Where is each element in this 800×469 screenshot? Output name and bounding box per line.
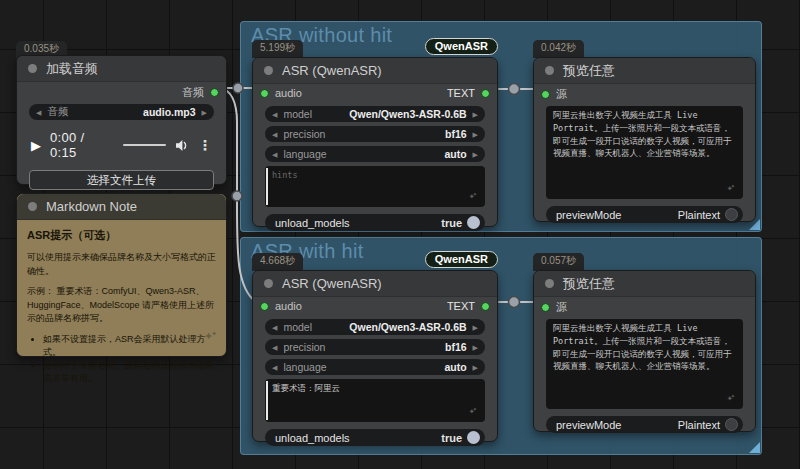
node-asr-2[interactable]: ASR (QwenASR) audio TEXT ◀ model Qwen/Qw… (252, 270, 498, 442)
precision-combo[interactable]: ◀ precision bf16 ▶ (265, 126, 485, 142)
model-combo[interactable]: ◀ model Qwen/Qwen3-ASR-0.6B ▶ (265, 319, 485, 335)
output-label: TEXT (447, 300, 475, 312)
output-text[interactable]: TEXT (447, 300, 490, 312)
combo-right-arrow-icon[interactable]: ▶ (473, 131, 478, 138)
node-header[interactable]: 预览任意 (534, 58, 755, 84)
input-audio[interactable]: audio (260, 87, 302, 99)
widget-knob-icon[interactable] (725, 208, 738, 221)
combo-label: language (283, 148, 326, 160)
combo-right-arrow-icon[interactable]: ▶ (473, 364, 478, 371)
collapse-dot-icon[interactable] (545, 66, 554, 75)
widget-value: Plaintext (678, 209, 720, 221)
combo-left-arrow-icon[interactable]: ◀ (272, 111, 277, 118)
combo-left-arrow-icon[interactable]: ◀ (36, 109, 41, 116)
input-port-icon[interactable] (260, 302, 269, 311)
timing-badge: 4.668秒 (252, 253, 303, 271)
group-resize-handle[interactable] (749, 442, 760, 453)
input-port-icon[interactable] (541, 90, 550, 99)
combo-label: model (283, 321, 312, 333)
collapse-dot-icon[interactable] (545, 279, 554, 288)
node-asr-1[interactable]: ASR (QwenASR) audio TEXT ◀ model Qwen/Qw… (252, 57, 498, 227)
precision-combo[interactable]: ◀ precision bf16 ▶ (265, 339, 485, 355)
combo-left-arrow-icon[interactable]: ◀ (272, 344, 277, 351)
output-port-icon[interactable] (210, 88, 219, 97)
widget-label: previewMode (556, 209, 678, 221)
markdown-heading: ASR提示（可选） (27, 228, 216, 243)
audio-file-combo[interactable]: ◀ 音频 audio.mp3 ▶ (29, 104, 214, 120)
combo-value: bf16 (331, 341, 466, 353)
language-combo[interactable]: ◀ language auto ▶ (265, 146, 485, 162)
input-label: audio (275, 300, 302, 312)
model-combo[interactable]: ◀ model Qwen/Qwen3-ASR-0.6B ▶ (265, 106, 485, 122)
node-load-audio[interactable]: 加载音频 音频 ◀ 音频 audio.mp3 ▶ ▶ 0:00 / 0:15 ⋮… (16, 55, 227, 185)
hints-textarea[interactable]: 重要术语：阿里云 ✦✦ (265, 379, 485, 422)
collapse-dot-icon[interactable] (28, 202, 37, 211)
group-title[interactable]: ASR with hit (241, 238, 761, 263)
widget-knob-icon[interactable] (725, 418, 738, 431)
collapse-dot-icon[interactable] (28, 64, 37, 73)
output-audio[interactable]: 音频 (182, 85, 219, 100)
combo-left-arrow-icon[interactable]: ◀ (272, 324, 277, 331)
combo-right-arrow-icon[interactable]: ▶ (202, 109, 207, 116)
unload-models-toggle[interactable]: unload_models true (265, 429, 485, 446)
markdown-bullet: 提示对于专有名词、品牌名称及特殊术语来说非常有用。 (43, 359, 216, 385)
node-preview-any-1[interactable]: 预览任意 源 阿里云推出数字人视频生成工具 Live Portrait。上传一张… (533, 57, 756, 222)
output-label: 音频 (182, 85, 204, 100)
node-markdown-note[interactable]: Markdown Note ASR提示（可选） 可以使用提示来确保品牌名称及大小… (16, 193, 227, 357)
combo-label: precision (283, 128, 325, 140)
combo-left-arrow-icon[interactable]: ◀ (272, 131, 277, 138)
play-icon[interactable]: ▶ (31, 139, 41, 152)
group-title[interactable]: ASR without hit (241, 22, 761, 47)
node-header[interactable]: 加载音频 (17, 56, 226, 82)
upload-file-button[interactable]: 选择文件上传 (29, 170, 214, 190)
player-menu-icon[interactable]: ⋮ (198, 138, 212, 152)
output-text[interactable]: TEXT (447, 87, 490, 99)
combo-right-arrow-icon[interactable]: ▶ (473, 344, 478, 351)
collapse-dot-icon[interactable] (264, 66, 273, 75)
language-combo[interactable]: ◀ language auto ▶ (265, 359, 485, 375)
sparkle-icon[interactable]: ✦✦ (204, 330, 217, 343)
preview-mode-widget[interactable]: previewMode Plaintext (546, 206, 743, 223)
combo-right-arrow-icon[interactable]: ▶ (473, 324, 478, 331)
markdown-body: ASR提示（可选） 可以使用提示来确保品牌名称及大小写格式的正确性。 示例： 重… (17, 220, 226, 349)
node-header[interactable]: Markdown Note (17, 194, 226, 220)
preview-text: 阿里云推出数字人视频生成工具 Live Portrait。上传一张照片和一段文本… (553, 323, 732, 371)
combo-left-arrow-icon[interactable]: ◀ (272, 151, 277, 158)
node-header[interactable]: ASR (QwenASR) (253, 271, 497, 297)
seek-slider[interactable] (123, 144, 166, 147)
input-port-icon[interactable] (541, 303, 550, 312)
combo-label: precision (283, 341, 325, 353)
sparkle-icon[interactable]: ✦✦ (727, 390, 735, 405)
output-port-icon[interactable] (481, 302, 490, 311)
toggle-knob-icon[interactable] (467, 431, 480, 444)
output-port-icon[interactable] (481, 89, 490, 98)
unload-models-toggle[interactable]: unload_models true (265, 214, 485, 231)
output-label: TEXT (447, 87, 475, 99)
node-header[interactable]: 预览任意 (534, 271, 755, 297)
combo-right-arrow-icon[interactable]: ▶ (473, 151, 478, 158)
preview-textarea[interactable]: 阿里云推出数字人视频生成工具 Live Portrait。上传一张照片和一段文本… (546, 319, 743, 409)
sparkle-icon[interactable]: ✦✦ (469, 403, 477, 418)
toggle-knob-icon[interactable] (467, 216, 480, 229)
node-header[interactable]: ASR (QwenASR) (253, 58, 497, 84)
volume-icon[interactable] (175, 139, 189, 152)
combo-left-arrow-icon[interactable]: ◀ (272, 364, 277, 371)
input-source[interactable]: 源 (541, 300, 567, 315)
input-label: 源 (556, 300, 567, 315)
input-source[interactable]: 源 (541, 87, 567, 102)
audio-player[interactable]: ▶ 0:00 / 0:15 ⋮ (17, 124, 226, 164)
sparkle-icon[interactable]: ✦✦ (727, 180, 735, 195)
input-audio[interactable]: audio (260, 300, 302, 312)
combo-right-arrow-icon[interactable]: ▶ (473, 111, 478, 118)
sparkle-icon[interactable]: ✦✦ (469, 188, 477, 203)
node-preview-any-2[interactable]: 预览任意 源 阿里云推出数字人视频生成工具 Live Portrait。上传一张… (533, 270, 756, 432)
hints-textarea[interactable]: hints ✦✦ (265, 166, 485, 207)
qwenasr-badge: QwenASR (425, 251, 498, 268)
node-graph-canvas[interactable]: ASR without hit ASR with hit 0.035秒 加载音频 (0, 0, 800, 469)
combo-value: Qwen/Qwen3-ASR-0.6B (318, 108, 467, 120)
preview-mode-widget[interactable]: previewMode Plaintext (546, 416, 743, 433)
input-port-icon[interactable] (260, 89, 269, 98)
preview-textarea[interactable]: 阿里云推出数字人视频生成工具 Live Portrait。上传一张照片和一段文本… (546, 106, 743, 199)
collapse-dot-icon[interactable] (264, 279, 273, 288)
combo-label: 音频 (47, 105, 68, 119)
